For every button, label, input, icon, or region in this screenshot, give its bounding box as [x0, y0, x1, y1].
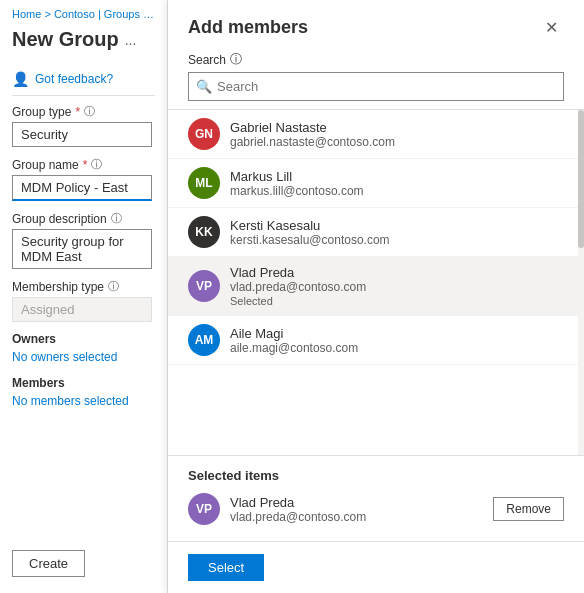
selected-avatar: VP: [188, 493, 220, 525]
ellipsis-button[interactable]: ...: [125, 32, 137, 48]
page-title-text: New Group: [12, 28, 119, 51]
selected-items-heading: Selected items: [188, 468, 564, 483]
owners-link[interactable]: No owners selected: [12, 350, 155, 364]
group-description-info-icon[interactable]: ⓘ: [111, 211, 122, 226]
modal-header: Add members ✕: [168, 0, 584, 51]
search-label: Search ⓘ: [188, 51, 564, 68]
feedback-icon: 👤: [12, 71, 29, 87]
remove-button[interactable]: Remove: [493, 497, 564, 521]
close-button[interactable]: ✕: [539, 16, 564, 39]
selected-member-email: vlad.preda@contoso.com: [230, 510, 483, 524]
selected-label: Selected: [230, 295, 366, 307]
modal-footer: Select: [168, 541, 584, 593]
member-list: GNGabriel Nastastegabriel.nastaste@conto…: [168, 109, 584, 455]
left-panel: Home > Contoso | Groups > Gr... New Grou…: [0, 0, 168, 593]
member-avatar: GN: [188, 118, 220, 150]
scrollbar-thumb[interactable]: [578, 110, 584, 248]
member-info: Markus Lillmarkus.lill@contoso.com: [230, 169, 364, 198]
member-email: kersti.kasesalu@contoso.com: [230, 233, 390, 247]
member-avatar: ML: [188, 167, 220, 199]
feedback-row[interactable]: 👤 Got feedback?: [0, 63, 167, 95]
form-section: Group type * ⓘ Security Group name * ⓘ M…: [0, 96, 167, 428]
selected-item-info: Vlad Preda vlad.preda@contoso.com: [230, 495, 483, 524]
selected-item-row: VP Vlad Preda vlad.preda@contoso.com Rem…: [188, 493, 564, 525]
member-name: Vlad Preda: [230, 265, 366, 280]
member-list-item[interactable]: KKKersti Kasesalukersti.kasesalu@contoso…: [168, 208, 584, 257]
member-avatar: AM: [188, 324, 220, 356]
member-info: Aile Magiaile.magi@contoso.com: [230, 326, 358, 355]
member-avatar: KK: [188, 216, 220, 248]
add-members-modal: Add members ✕ Search ⓘ 🔍 GNGabriel Nasta…: [168, 0, 584, 593]
scrollbar-track: [578, 110, 584, 455]
select-button[interactable]: Select: [188, 554, 264, 581]
member-name: Markus Lill: [230, 169, 364, 184]
required-star-2: *: [83, 158, 88, 172]
member-name: Kersti Kasesalu: [230, 218, 390, 233]
member-email: markus.lill@contoso.com: [230, 184, 364, 198]
group-name-label: Group name * ⓘ: [12, 157, 155, 172]
member-info: Gabriel Nastastegabriel.nastaste@contoso…: [230, 120, 395, 149]
member-info: Kersti Kasesalukersti.kasesalu@contoso.c…: [230, 218, 390, 247]
selected-section: Selected items VP Vlad Preda vlad.preda@…: [168, 455, 584, 541]
selected-member-name: Vlad Preda: [230, 495, 483, 510]
search-icon: 🔍: [196, 79, 212, 94]
member-info: Vlad Predavlad.preda@contoso.comSelected: [230, 265, 366, 307]
member-name: Gabriel Nastaste: [230, 120, 395, 135]
required-star: *: [75, 105, 80, 119]
members-link[interactable]: No members selected: [12, 394, 155, 408]
members-heading: Members: [12, 376, 155, 390]
search-info-icon[interactable]: ⓘ: [230, 51, 242, 68]
group-name-value[interactable]: MDM Policy - East: [12, 175, 152, 201]
member-name: Aile Magi: [230, 326, 358, 341]
member-list-item[interactable]: MLMarkus Lillmarkus.lill@contoso.com: [168, 159, 584, 208]
group-type-value[interactable]: Security: [12, 122, 152, 147]
member-list-item[interactable]: GNGabriel Nastastegabriel.nastaste@conto…: [168, 110, 584, 159]
group-description-value[interactable]: Security group for MDM East: [12, 229, 152, 269]
search-input[interactable]: [188, 72, 564, 101]
modal-title: Add members: [188, 17, 308, 38]
member-email: vlad.preda@contoso.com: [230, 280, 366, 294]
membership-type-value[interactable]: Assigned: [12, 297, 152, 322]
search-input-wrap: 🔍: [188, 72, 564, 101]
create-button[interactable]: Create: [12, 550, 85, 577]
member-list-item[interactable]: AMAile Magiaile.magi@contoso.com: [168, 316, 584, 365]
group-type-label: Group type * ⓘ: [12, 104, 155, 119]
member-list-item[interactable]: VPVlad Predavlad.preda@contoso.comSelect…: [168, 257, 584, 316]
feedback-text: Got feedback?: [35, 72, 113, 86]
group-description-label: Group description ⓘ: [12, 211, 155, 226]
member-email: gabriel.nastaste@contoso.com: [230, 135, 395, 149]
search-section: Search ⓘ 🔍: [168, 51, 584, 109]
membership-type-info-icon[interactable]: ⓘ: [108, 279, 119, 294]
group-name-info-icon[interactable]: ⓘ: [91, 157, 102, 172]
group-type-info-icon[interactable]: ⓘ: [84, 104, 95, 119]
owners-heading: Owners: [12, 332, 155, 346]
page-title: New Group ...: [0, 24, 167, 63]
member-avatar: VP: [188, 270, 220, 302]
membership-type-label: Membership type ⓘ: [12, 279, 155, 294]
breadcrumb[interactable]: Home > Contoso | Groups > Gr...: [0, 0, 167, 24]
member-email: aile.magi@contoso.com: [230, 341, 358, 355]
